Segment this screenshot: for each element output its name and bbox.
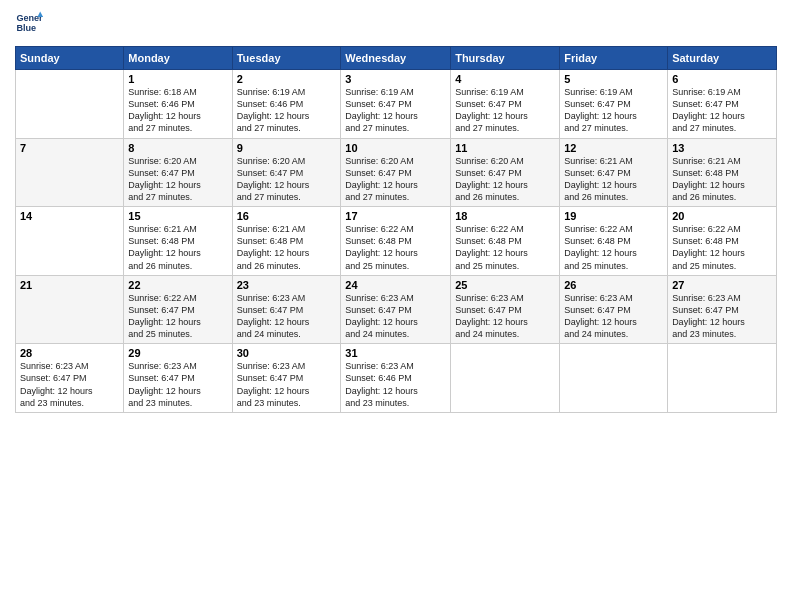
calendar-week-row: 78Sunrise: 6:20 AM Sunset: 6:47 PM Dayli… [16, 138, 777, 207]
col-header-sunday: Sunday [16, 47, 124, 70]
day-number: 22 [128, 279, 227, 291]
calendar-cell: 7 [16, 138, 124, 207]
day-info: Sunrise: 6:23 AM Sunset: 6:46 PM Dayligh… [345, 360, 446, 409]
calendar-cell [16, 70, 124, 139]
day-number: 23 [237, 279, 337, 291]
day-info: Sunrise: 6:20 AM Sunset: 6:47 PM Dayligh… [455, 155, 555, 204]
calendar-cell: 21 [16, 275, 124, 344]
day-info: Sunrise: 6:20 AM Sunset: 6:47 PM Dayligh… [237, 155, 337, 204]
day-info: Sunrise: 6:23 AM Sunset: 6:47 PM Dayligh… [672, 292, 772, 341]
day-info: Sunrise: 6:18 AM Sunset: 6:46 PM Dayligh… [128, 86, 227, 135]
day-info: Sunrise: 6:22 AM Sunset: 6:48 PM Dayligh… [672, 223, 772, 272]
day-number: 18 [455, 210, 555, 222]
calendar-cell: 8Sunrise: 6:20 AM Sunset: 6:47 PM Daylig… [124, 138, 232, 207]
day-number: 28 [20, 347, 119, 359]
calendar-week-row: 1Sunrise: 6:18 AM Sunset: 6:46 PM Daylig… [16, 70, 777, 139]
calendar-cell: 30Sunrise: 6:23 AM Sunset: 6:47 PM Dayli… [232, 344, 341, 413]
calendar-cell: 9Sunrise: 6:20 AM Sunset: 6:47 PM Daylig… [232, 138, 341, 207]
day-info: Sunrise: 6:23 AM Sunset: 6:47 PM Dayligh… [564, 292, 663, 341]
day-number: 19 [564, 210, 663, 222]
day-number: 10 [345, 142, 446, 154]
day-info: Sunrise: 6:23 AM Sunset: 6:47 PM Dayligh… [237, 292, 337, 341]
day-number: 26 [564, 279, 663, 291]
day-info: Sunrise: 6:23 AM Sunset: 6:47 PM Dayligh… [345, 292, 446, 341]
day-info: Sunrise: 6:21 AM Sunset: 6:48 PM Dayligh… [672, 155, 772, 204]
day-number: 27 [672, 279, 772, 291]
calendar-cell: 22Sunrise: 6:22 AM Sunset: 6:47 PM Dayli… [124, 275, 232, 344]
day-number: 20 [672, 210, 772, 222]
day-number: 3 [345, 73, 446, 85]
calendar-cell: 19Sunrise: 6:22 AM Sunset: 6:48 PM Dayli… [560, 207, 668, 276]
calendar-cell: 17Sunrise: 6:22 AM Sunset: 6:48 PM Dayli… [341, 207, 451, 276]
day-info: Sunrise: 6:20 AM Sunset: 6:47 PM Dayligh… [128, 155, 227, 204]
day-number: 11 [455, 142, 555, 154]
calendar-cell [560, 344, 668, 413]
day-info: Sunrise: 6:22 AM Sunset: 6:48 PM Dayligh… [455, 223, 555, 272]
calendar-cell: 15Sunrise: 6:21 AM Sunset: 6:48 PM Dayli… [124, 207, 232, 276]
day-number: 6 [672, 73, 772, 85]
day-number: 4 [455, 73, 555, 85]
col-header-thursday: Thursday [451, 47, 560, 70]
day-number: 8 [128, 142, 227, 154]
day-info: Sunrise: 6:19 AM Sunset: 6:47 PM Dayligh… [455, 86, 555, 135]
day-info: Sunrise: 6:23 AM Sunset: 6:47 PM Dayligh… [237, 360, 337, 409]
calendar-cell: 13Sunrise: 6:21 AM Sunset: 6:48 PM Dayli… [668, 138, 777, 207]
day-number: 24 [345, 279, 446, 291]
calendar-cell: 10Sunrise: 6:20 AM Sunset: 6:47 PM Dayli… [341, 138, 451, 207]
calendar-cell: 14 [16, 207, 124, 276]
day-number: 5 [564, 73, 663, 85]
day-number: 15 [128, 210, 227, 222]
day-info: Sunrise: 6:23 AM Sunset: 6:47 PM Dayligh… [455, 292, 555, 341]
calendar-cell: 16Sunrise: 6:21 AM Sunset: 6:48 PM Dayli… [232, 207, 341, 276]
svg-text:Blue: Blue [16, 23, 36, 33]
calendar-cell: 2Sunrise: 6:19 AM Sunset: 6:46 PM Daylig… [232, 70, 341, 139]
day-number: 21 [20, 279, 119, 291]
calendar-cell: 11Sunrise: 6:20 AM Sunset: 6:47 PM Dayli… [451, 138, 560, 207]
calendar-cell: 29Sunrise: 6:23 AM Sunset: 6:47 PM Dayli… [124, 344, 232, 413]
calendar-cell [668, 344, 777, 413]
calendar-cell: 23Sunrise: 6:23 AM Sunset: 6:47 PM Dayli… [232, 275, 341, 344]
day-info: Sunrise: 6:21 AM Sunset: 6:48 PM Dayligh… [128, 223, 227, 272]
calendar-cell: 31Sunrise: 6:23 AM Sunset: 6:46 PM Dayli… [341, 344, 451, 413]
day-number: 12 [564, 142, 663, 154]
day-info: Sunrise: 6:19 AM Sunset: 6:47 PM Dayligh… [564, 86, 663, 135]
calendar-cell: 18Sunrise: 6:22 AM Sunset: 6:48 PM Dayli… [451, 207, 560, 276]
calendar-table: SundayMondayTuesdayWednesdayThursdayFrid… [15, 46, 777, 413]
day-number: 16 [237, 210, 337, 222]
day-number: 13 [672, 142, 772, 154]
calendar-cell: 25Sunrise: 6:23 AM Sunset: 6:47 PM Dayli… [451, 275, 560, 344]
day-number: 9 [237, 142, 337, 154]
col-header-saturday: Saturday [668, 47, 777, 70]
day-info: Sunrise: 6:22 AM Sunset: 6:48 PM Dayligh… [345, 223, 446, 272]
day-number: 14 [20, 210, 119, 222]
day-number: 30 [237, 347, 337, 359]
day-number: 29 [128, 347, 227, 359]
calendar-cell: 6Sunrise: 6:19 AM Sunset: 6:47 PM Daylig… [668, 70, 777, 139]
col-header-monday: Monday [124, 47, 232, 70]
calendar-week-row: 1415Sunrise: 6:21 AM Sunset: 6:48 PM Day… [16, 207, 777, 276]
calendar-week-row: 28Sunrise: 6:23 AM Sunset: 6:47 PM Dayli… [16, 344, 777, 413]
calendar-cell: 12Sunrise: 6:21 AM Sunset: 6:47 PM Dayli… [560, 138, 668, 207]
calendar-cell: 26Sunrise: 6:23 AM Sunset: 6:47 PM Dayli… [560, 275, 668, 344]
day-number: 1 [128, 73, 227, 85]
calendar-cell: 5Sunrise: 6:19 AM Sunset: 6:47 PM Daylig… [560, 70, 668, 139]
day-info: Sunrise: 6:21 AM Sunset: 6:48 PM Dayligh… [237, 223, 337, 272]
day-number: 25 [455, 279, 555, 291]
day-info: Sunrise: 6:23 AM Sunset: 6:47 PM Dayligh… [20, 360, 119, 409]
logo-icon: General Blue [15, 10, 43, 38]
day-info: Sunrise: 6:22 AM Sunset: 6:47 PM Dayligh… [128, 292, 227, 341]
day-info: Sunrise: 6:19 AM Sunset: 6:47 PM Dayligh… [345, 86, 446, 135]
day-info: Sunrise: 6:23 AM Sunset: 6:47 PM Dayligh… [128, 360, 227, 409]
calendar-week-row: 2122Sunrise: 6:22 AM Sunset: 6:47 PM Day… [16, 275, 777, 344]
day-info: Sunrise: 6:20 AM Sunset: 6:47 PM Dayligh… [345, 155, 446, 204]
calendar-cell: 3Sunrise: 6:19 AM Sunset: 6:47 PM Daylig… [341, 70, 451, 139]
calendar-cell: 27Sunrise: 6:23 AM Sunset: 6:47 PM Dayli… [668, 275, 777, 344]
page-header: General Blue [15, 10, 777, 38]
day-info: Sunrise: 6:19 AM Sunset: 6:46 PM Dayligh… [237, 86, 337, 135]
day-number: 7 [20, 142, 119, 154]
col-header-tuesday: Tuesday [232, 47, 341, 70]
day-info: Sunrise: 6:19 AM Sunset: 6:47 PM Dayligh… [672, 86, 772, 135]
day-info: Sunrise: 6:22 AM Sunset: 6:48 PM Dayligh… [564, 223, 663, 272]
day-info: Sunrise: 6:21 AM Sunset: 6:47 PM Dayligh… [564, 155, 663, 204]
calendar-cell [451, 344, 560, 413]
